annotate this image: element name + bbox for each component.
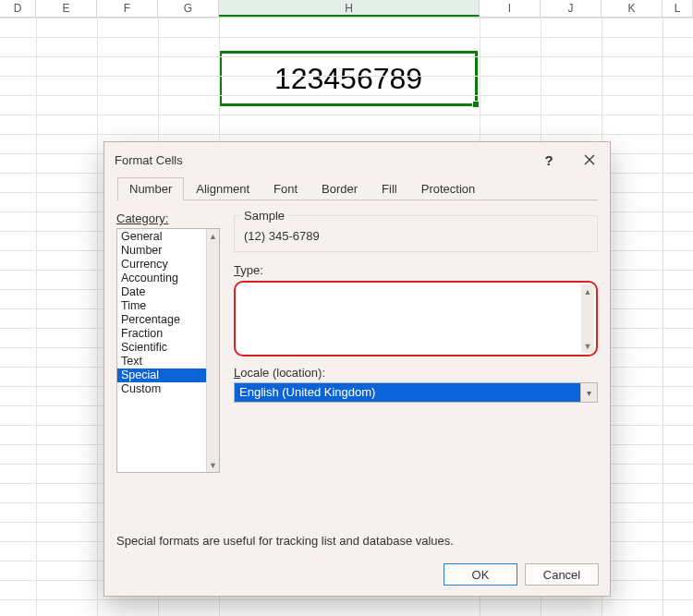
column-header-j[interactable]: J xyxy=(541,0,602,17)
locale-label: Locale (location): xyxy=(234,366,598,380)
category-item-percentage[interactable]: Percentage xyxy=(117,313,206,327)
tab-font[interactable]: Font xyxy=(261,177,310,200)
fill-handle[interactable] xyxy=(472,101,480,108)
close-button[interactable] xyxy=(569,146,610,174)
ok-button[interactable]: OK xyxy=(444,563,517,586)
tab-protection[interactable]: Protection xyxy=(409,177,488,200)
column-header-g[interactable]: G xyxy=(158,0,219,17)
locale-value: English (United Kingdom) xyxy=(235,383,580,402)
sample-label: Sample xyxy=(240,209,288,223)
category-item-number[interactable]: Number xyxy=(117,244,206,258)
category-item-special[interactable]: Special xyxy=(117,368,206,382)
column-header-h[interactable]: H xyxy=(219,0,480,17)
chevron-up-icon[interactable]: ▲ xyxy=(581,284,594,298)
active-cell[interactable]: 123456789 xyxy=(219,51,478,106)
type-listbox[interactable]: ▲ ▼ xyxy=(234,281,598,356)
column-header-f[interactable]: F xyxy=(97,0,158,17)
dialog-titlebar[interactable]: Format Cells ? xyxy=(104,142,610,177)
category-item-text[interactable]: Text xyxy=(117,355,206,368)
tab-number[interactable]: Number xyxy=(117,177,184,200)
tab-alignment[interactable]: Alignment xyxy=(184,177,261,200)
type-label: Type: xyxy=(234,263,598,277)
column-header-l[interactable]: L xyxy=(663,0,693,17)
chevron-up-icon[interactable]: ▲ xyxy=(207,229,219,243)
category-item-scientific[interactable]: Scientific xyxy=(117,341,206,355)
chevron-down-icon[interactable]: ▼ xyxy=(207,458,219,472)
category-listbox[interactable]: GeneralNumberCurrencyAccountingDateTimeP… xyxy=(116,228,220,473)
active-cell-value: 123456789 xyxy=(274,62,422,96)
category-item-accounting[interactable]: Accounting xyxy=(117,272,206,285)
sample-value: (12) 345-6789 xyxy=(242,229,590,243)
tab-border[interactable]: Border xyxy=(310,177,370,200)
dialog-title: Format Cells xyxy=(115,153,183,167)
category-item-fraction[interactable]: Fraction xyxy=(117,327,206,341)
category-item-date[interactable]: Date xyxy=(117,285,206,299)
category-item-custom[interactable]: Custom xyxy=(117,382,206,396)
column-header-k[interactable]: K xyxy=(602,0,663,17)
chevron-down-icon[interactable]: ▼ xyxy=(581,339,594,353)
type-scrollbar[interactable]: ▲ ▼ xyxy=(581,284,594,353)
column-headers: DEFGHIJKL xyxy=(0,0,693,18)
panel-description: Special formats are useful for tracking … xyxy=(116,534,454,548)
dialog-tabs: NumberAlignmentFontBorderFillProtection xyxy=(104,177,610,199)
column-header-d[interactable]: D xyxy=(0,0,36,17)
chevron-down-icon[interactable]: ▾ xyxy=(580,383,597,402)
dialog-buttons: OK Cancel xyxy=(444,563,599,586)
sample-group: Sample (12) 345-6789 xyxy=(234,215,598,252)
category-label: Category: xyxy=(116,211,168,225)
category-scrollbar[interactable]: ▲ ▼ xyxy=(206,229,219,472)
category-item-general[interactable]: General xyxy=(117,230,206,244)
number-panel: Category: GeneralNumberCurrencyAccountin… xyxy=(104,200,610,210)
cancel-button[interactable]: Cancel xyxy=(525,563,599,586)
column-header-i[interactable]: I xyxy=(480,0,541,17)
category-item-time[interactable]: Time xyxy=(117,299,206,313)
tab-fill[interactable]: Fill xyxy=(370,177,409,200)
locale-dropdown[interactable]: English (United Kingdom) ▾ xyxy=(234,382,598,403)
help-button[interactable]: ? xyxy=(529,146,569,174)
format-cells-dialog: Format Cells ? NumberAlignmentFontBorder… xyxy=(103,141,611,597)
column-header-e[interactable]: E xyxy=(36,0,97,17)
category-item-currency[interactable]: Currency xyxy=(117,258,206,272)
close-icon xyxy=(584,154,595,165)
